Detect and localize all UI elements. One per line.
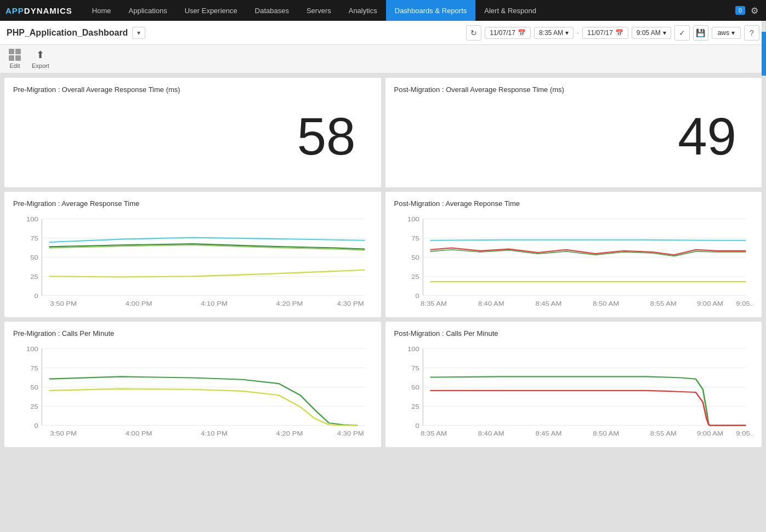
- chevron-down-icon-2: ▾: [663, 29, 666, 37]
- widget-pre-avg: Pre-Migration : Average Response Time 10…: [4, 192, 381, 317]
- widget-post-calls: Post-Migration : Calls Per Minute 100 75…: [385, 322, 762, 447]
- svg-text:0: 0: [35, 422, 39, 429]
- scrollbar-thumb[interactable]: [762, 32, 766, 76]
- main-content: Pre-Migration : Overall Average Response…: [0, 73, 766, 532]
- nav-applications[interactable]: Applications: [120, 0, 176, 21]
- time-to-value: 9:05 AM: [637, 29, 661, 37]
- svg-text:4:00 PM: 4:00 PM: [126, 301, 152, 307]
- widget-post-overall-value: 49: [394, 99, 753, 174]
- svg-text:4:10 PM: 4:10 PM: [201, 431, 228, 437]
- time-from[interactable]: 8:35 AM ▾: [534, 27, 574, 39]
- svg-text:9:00 AM: 9:00 AM: [696, 301, 723, 307]
- svg-text:0: 0: [415, 422, 419, 429]
- export-label: Export: [32, 62, 49, 69]
- scrollbar-track[interactable]: [762, 21, 766, 532]
- pre-avg-svg: 100 75 50 25 0 3:50 PM 4:00 PM 4:10 PM 4…: [13, 213, 372, 312]
- chevron-down-icon-3: ▾: [731, 29, 735, 37]
- svg-text:50: 50: [30, 384, 38, 391]
- pre-calls-chart: 100 75 50 25 0 3:50 PM 4:00 PM 4:10 PM 4…: [13, 343, 372, 442]
- svg-text:8:40 AM: 8:40 AM: [478, 301, 504, 307]
- svg-text:25: 25: [411, 403, 419, 410]
- svg-text:9:00 AM: 9:00 AM: [696, 431, 723, 437]
- account-selector[interactable]: aws ▾: [712, 27, 741, 39]
- svg-text:8:55 AM: 8:55 AM: [650, 431, 676, 437]
- time-to[interactable]: 9:05 AM ▾: [632, 27, 671, 39]
- nav-items: Home Applications User Experience Databa…: [83, 0, 735, 21]
- widget-post-calls-title: Post-Migration : Calls Per Minute: [394, 329, 753, 337]
- svg-text:8:55 AM: 8:55 AM: [650, 301, 676, 307]
- nav-right: 0 ⚙: [735, 3, 761, 18]
- widget-pre-avg-title: Pre-Migration : Average Response Time: [13, 199, 372, 208]
- nav-dashboards[interactable]: Dashboards & Reports: [386, 0, 476, 21]
- export-tool[interactable]: ⬆ Export: [32, 49, 49, 69]
- svg-text:50: 50: [411, 384, 419, 391]
- nav-servers[interactable]: Servers: [298, 0, 340, 21]
- post-avg-svg: 100 75 50 25 0 8:35 AM 8:40 AM 8:45 AM 8…: [394, 213, 753, 312]
- dashboard-grid: Pre-Migration : Overall Average Response…: [4, 78, 762, 447]
- widget-pre-overall-title: Pre-Migration : Overall Average Response…: [13, 85, 372, 94]
- pre-calls-svg: 100 75 50 25 0 3:50 PM 4:00 PM 4:10 PM 4…: [13, 343, 372, 442]
- dashboard-dropdown[interactable]: ▾: [132, 27, 145, 39]
- svg-text:3:50 PM: 3:50 PM: [50, 301, 77, 307]
- nav-databases[interactable]: Databases: [246, 0, 298, 21]
- svg-text:4:30 PM: 4:30 PM: [337, 431, 364, 437]
- svg-text:4:10 PM: 4:10 PM: [201, 301, 228, 307]
- settings-icon[interactable]: ⚙: [748, 3, 761, 18]
- svg-text:8:50 AM: 8:50 AM: [593, 301, 619, 307]
- svg-text:8:45 AM: 8:45 AM: [535, 301, 561, 307]
- help-button[interactable]: ?: [744, 25, 759, 41]
- toolbar: Edit ⬆ Export: [0, 45, 766, 73]
- app-logo: APPDYNAMICS: [5, 6, 72, 15]
- svg-text:25: 25: [411, 273, 419, 280]
- chevron-down-icon-1: ▾: [565, 29, 569, 37]
- post-avg-chart: 100 75 50 25 0 8:35 AM 8:40 AM 8:45 AM 8…: [394, 213, 753, 312]
- svg-text:75: 75: [30, 365, 38, 371]
- svg-text:75: 75: [30, 235, 38, 242]
- edit-tool[interactable]: Edit: [9, 49, 21, 69]
- svg-text:8:40 AM: 8:40 AM: [478, 431, 504, 437]
- nav-alert-respond[interactable]: Alert & Respond: [475, 0, 545, 21]
- widget-post-avg: Post-Migration : Average Reponse Time 10…: [385, 192, 762, 317]
- nav-home[interactable]: Home: [83, 0, 120, 21]
- svg-text:100: 100: [26, 216, 38, 222]
- nav-analytics[interactable]: Analytics: [340, 0, 386, 21]
- svg-text:4:20 PM: 4:20 PM: [276, 301, 303, 307]
- svg-text:4:20 PM: 4:20 PM: [276, 431, 303, 437]
- time-separator: -: [577, 29, 579, 37]
- svg-text:50: 50: [30, 254, 38, 261]
- svg-text:50: 50: [411, 254, 419, 261]
- svg-text:8:50 AM: 8:50 AM: [593, 431, 619, 437]
- svg-text:75: 75: [411, 235, 419, 242]
- subheader: PHP_Application_Dashboard ▾ ↻ 11/07/17 📅…: [0, 21, 766, 45]
- widget-pre-overall: Pre-Migration : Overall Average Response…: [4, 78, 381, 187]
- svg-text:8:35 AM: 8:35 AM: [421, 431, 447, 437]
- widget-post-overall: Post-Migration : Overall Average Respons…: [385, 78, 762, 187]
- subheader-right: ↻ 11/07/17 📅 8:35 AM ▾ - 11/07/17 📅 9:05…: [466, 25, 759, 41]
- account-label: aws: [718, 29, 729, 37]
- svg-text:9:05...: 9:05...: [736, 301, 753, 307]
- widget-pre-calls-title: Pre-Migration : Calls Per Minute: [13, 329, 372, 337]
- time-from-value: 8:35 AM: [539, 29, 563, 37]
- refresh-button[interactable]: ↻: [466, 25, 481, 41]
- date-to[interactable]: 11/07/17 📅: [582, 27, 628, 39]
- svg-text:8:35 AM: 8:35 AM: [421, 301, 447, 307]
- widget-post-avg-title: Post-Migration : Average Reponse Time: [394, 199, 753, 208]
- date-from-value: 11/07/17: [490, 29, 515, 37]
- edit-label: Edit: [10, 62, 20, 69]
- svg-text:0: 0: [415, 293, 419, 299]
- svg-text:100: 100: [407, 346, 419, 352]
- widget-pre-calls: Pre-Migration : Calls Per Minute 100 75 …: [4, 322, 381, 447]
- logo-suffix: DYNAMICS: [24, 6, 72, 15]
- svg-text:4:00 PM: 4:00 PM: [126, 431, 152, 437]
- svg-text:25: 25: [30, 403, 38, 410]
- apply-button[interactable]: ✓: [674, 25, 690, 41]
- nav-user-experience[interactable]: User Experience: [176, 0, 246, 21]
- save-button[interactable]: 💾: [693, 25, 708, 41]
- alert-badge[interactable]: 0: [735, 6, 745, 15]
- svg-text:9:05...: 9:05...: [736, 431, 753, 437]
- top-navigation: APPDYNAMICS Home Applications User Exper…: [0, 0, 766, 21]
- svg-text:4:30 PM: 4:30 PM: [337, 301, 364, 307]
- svg-text:25: 25: [30, 273, 38, 280]
- date-from[interactable]: 11/07/17 📅: [485, 27, 531, 39]
- widget-pre-overall-value: 58: [13, 99, 372, 174]
